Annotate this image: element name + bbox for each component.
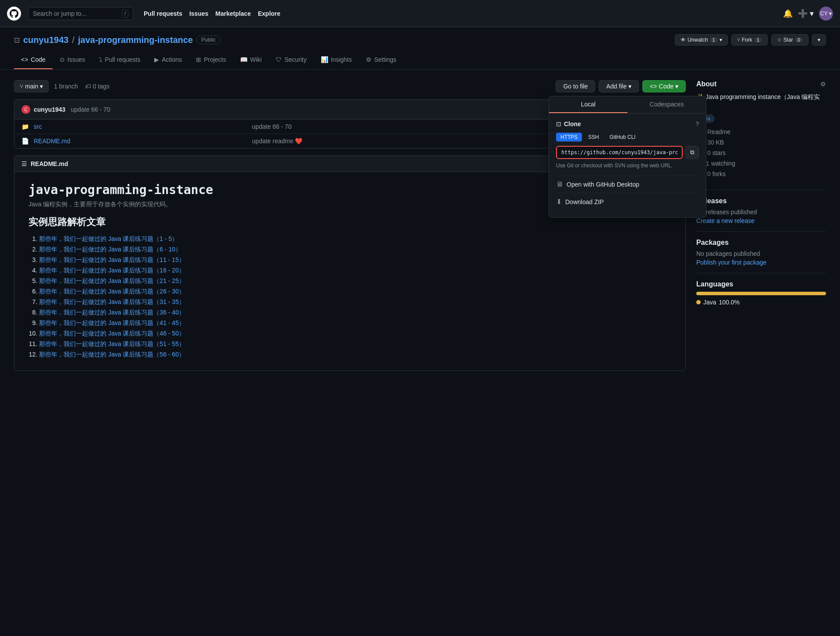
add-file-label: Add file — [606, 83, 627, 90]
watching-stat-text: 1 watching — [706, 160, 735, 167]
about-settings-icon[interactable]: ⚙ — [820, 81, 826, 88]
readme-list: 那些年，我们一起做过的 Java 课后练习题（1 - 5）那些年，我们一起做过的… — [28, 234, 671, 360]
readme-list-link[interactable]: 那些年，我们一起做过的 Java 课后练习题（21 - 25） — [39, 277, 185, 284]
releases-section: Releases No releases published Create a … — [696, 197, 826, 224]
language-bar — [696, 292, 826, 295]
about-description: ✨ Java programming instance（Java 编程实例） — [696, 93, 826, 109]
clone-help-icon[interactable]: ? — [695, 120, 699, 127]
copy-icon: ⧉ — [690, 149, 694, 155]
publish-package-link[interactable]: Publish your first package — [696, 259, 766, 266]
branch-count-link[interactable]: 1 branch — [54, 83, 78, 90]
code-tab-local[interactable]: Local — [549, 96, 627, 113]
eye-icon: 👁 — [681, 37, 686, 43]
tab-security[interactable]: 🛡 Security — [269, 51, 314, 69]
unwatch-chevron-icon: ▾ — [719, 37, 722, 43]
commit-author-avatar: C — [21, 105, 30, 114]
code-tab-icon: <> — [21, 56, 28, 63]
download-zip-action[interactable]: ⬇ Download ZIP — [556, 193, 699, 210]
tab-actions[interactable]: ▶ Actions — [147, 51, 189, 69]
tab-settings[interactable]: ⚙ Settings — [359, 51, 404, 69]
about-header: About ⚙ — [696, 80, 826, 88]
code-tab-codespaces[interactable]: Codespaces — [627, 96, 706, 113]
list-item: 那些年，我们一起做过的 Java 课后练习题（1 - 5） — [39, 234, 671, 244]
readme-list-link[interactable]: 那些年，我们一起做过的 Java 课后练习题（56 - 60） — [39, 351, 185, 358]
clone-title: Clone — [564, 120, 581, 127]
repo-name-link[interactable]: java-programming-instance — [78, 35, 193, 45]
java-lang-name: Java — [703, 299, 716, 306]
nav-marketplace[interactable]: Marketplace — [216, 10, 251, 17]
repo-owner-link[interactable]: cunyu1943 — [23, 35, 68, 45]
search-text: Search or jump to... — [33, 10, 118, 17]
readme-list-link[interactable]: 那些年，我们一起做过的 Java 课后练习题（16 - 20） — [39, 267, 185, 274]
readme-list-link[interactable]: 那些年，我们一起做过的 Java 课后练习题（51 - 55） — [39, 340, 185, 347]
open-desktop-label: Open with GitHub Desktop — [567, 181, 639, 188]
toolbar-right-buttons: Go to file Add file ▾ <> Code ▾ — [556, 80, 686, 92]
code-dropdown-body: ⊡ Clone ? HTTPS SSH GitHub CLI ⧉ Use Git… — [549, 113, 706, 217]
issues-tab-label: Issues — [67, 56, 85, 63]
star-dropdown-button[interactable]: ▾ — [812, 34, 826, 46]
tag-count-link[interactable]: 🏷 0 tags — [85, 83, 110, 90]
actions-tab-icon: ▶ — [154, 56, 159, 63]
readme-title: README.md — [31, 160, 68, 167]
tab-wiki[interactable]: 📖 Wiki — [233, 51, 269, 69]
clone-header: ⊡ Clone ? — [556, 120, 699, 127]
java-lang-dot — [696, 300, 701, 304]
proto-tab-ssh[interactable]: SSH — [584, 133, 603, 141]
unwatch-button[interactable]: 👁 Unwatch 1 ▾ — [675, 34, 728, 46]
repo-icon: ⊡ — [14, 36, 20, 44]
tab-issues[interactable]: ⊙ Issues — [53, 51, 92, 69]
branch-count: 1 — [54, 83, 57, 90]
tab-code[interactable]: <> Code — [14, 51, 53, 69]
clone-copy-button[interactable]: ⧉ — [685, 146, 699, 159]
proto-tab-github-cli[interactable]: GitHub CLI — [605, 133, 640, 141]
nav-right-actions: 🔔 ➕ ▾ CY ▾ — [783, 7, 833, 21]
notification-bell-button[interactable]: 🔔 — [783, 9, 793, 18]
star-icon: ☆ — [777, 37, 782, 43]
language-stat-java: Java 100.0% — [696, 299, 826, 306]
nav-explore[interactable]: Explore — [258, 10, 280, 17]
code-dropdown-tabs: Local Codespaces — [549, 96, 706, 113]
branch-icon: ⑂ — [20, 83, 23, 90]
stars-stat-text: 0 stars — [707, 149, 726, 156]
star-count: 0 — [795, 37, 803, 42]
new-item-button[interactable]: ➕ ▾ — [798, 9, 814, 18]
branch-selector-button[interactable]: ⑂ main ▾ — [14, 80, 49, 92]
tab-insights[interactable]: 📊 Insights — [314, 51, 359, 69]
clone-url-row: ⧉ — [556, 146, 699, 159]
readme-list-link[interactable]: 那些年，我们一起做过的 Java 课后练习题（1 - 5） — [39, 235, 178, 242]
clone-protocol-tabs: HTTPS SSH GitHub CLI — [556, 133, 699, 141]
proto-tab-https[interactable]: HTTPS — [556, 133, 582, 141]
list-item: 那些年，我们一起做过的 Java 课后练习题（11 - 15） — [39, 255, 671, 265]
user-avatar[interactable]: CY ▾ — [819, 7, 833, 21]
go-to-file-button[interactable]: Go to file — [556, 80, 595, 92]
file-name-link[interactable]: src — [34, 123, 247, 130]
github-logo[interactable] — [7, 7, 21, 21]
readme-list-link[interactable]: 那些年，我们一起做过的 Java 课后练习题（41 - 45） — [39, 319, 185, 326]
nav-pull-requests[interactable]: Pull requests — [144, 10, 182, 17]
divider-packages — [696, 231, 826, 232]
open-desktop-action[interactable]: 🖥 Open with GitHub Desktop — [556, 176, 699, 193]
security-tab-label: Security — [284, 56, 307, 63]
list-item: 那些年，我们一起做过的 Java 课后练习题（51 - 55） — [39, 339, 671, 350]
tab-pull-requests[interactable]: ⤵ Pull requests — [92, 51, 147, 69]
stat-forks: 🍴 0 forks — [696, 169, 826, 179]
star-button[interactable]: ☆ Star 0 — [771, 34, 808, 46]
readme-list-link[interactable]: 那些年，我们一起做过的 Java 课后练习题（11 - 15） — [39, 256, 185, 263]
file-name-link[interactable]: README.md — [34, 138, 247, 145]
clone-url-input[interactable] — [556, 146, 683, 159]
tab-projects[interactable]: ⊞ Projects — [189, 51, 233, 69]
projects-tab-label: Projects — [204, 56, 226, 63]
code-button[interactable]: <> Code ▾ — [642, 80, 686, 92]
readme-list-link[interactable]: 那些年，我们一起做过的 Java 课后练习题（36 - 40） — [39, 309, 185, 316]
search-bar[interactable]: Search or jump to... / — [28, 7, 133, 20]
readme-list-link[interactable]: 那些年，我们一起做过的 Java 课后练习题（6 - 10） — [39, 246, 181, 253]
divider-releases — [696, 190, 826, 190]
readme-list-link[interactable]: 那些年，我们一起做过的 Java 课后练习题（26 - 30） — [39, 288, 185, 295]
toolbar-info: 1 branch 🏷 0 tags — [54, 83, 110, 90]
readme-list-link[interactable]: 那些年，我们一起做过的 Java 课后练习题（31 - 35） — [39, 298, 185, 305]
add-file-button[interactable]: Add file ▾ — [599, 80, 639, 92]
create-release-link[interactable]: Create a new release — [696, 217, 755, 224]
fork-button[interactable]: ⑂ Fork 1 — [731, 34, 768, 46]
readme-list-link[interactable]: 那些年，我们一起做过的 Java 课后练习题（46 - 50） — [39, 330, 185, 337]
nav-issues[interactable]: Issues — [189, 10, 209, 17]
